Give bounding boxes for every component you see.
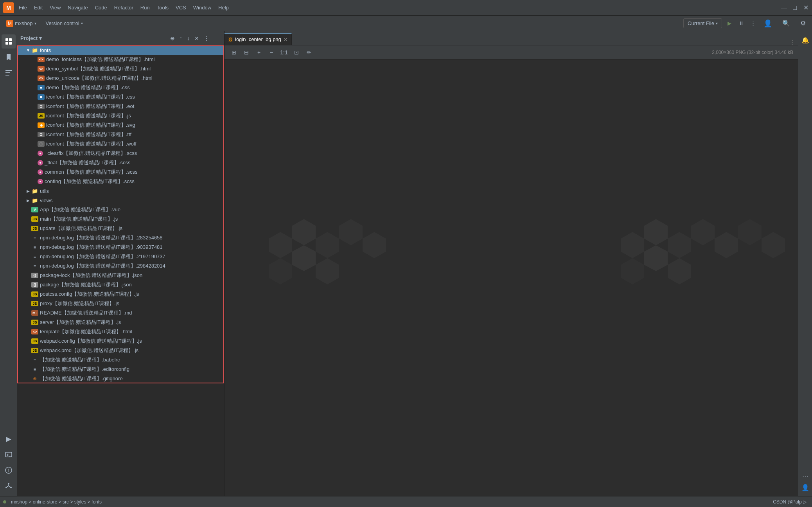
collapse-up-icon[interactable]: ↑ bbox=[178, 34, 184, 42]
stop-button[interactable]: ⏸ bbox=[737, 19, 746, 28]
tree-item-common-scss[interactable]: ● common【加微信.赠送精品IT课程】.scss bbox=[17, 167, 224, 177]
tree-item-update-js[interactable]: JS update【加微信.赠送精品IT课程】.js bbox=[17, 224, 224, 233]
tree-item-views[interactable]: ▶ 📁 views bbox=[17, 196, 224, 205]
tree-item-npm-debug-2[interactable]: ≡ npm-debug.log【加微信.赠送精品IT课程】.903937481 bbox=[17, 243, 224, 252]
tree-item-proxy[interactable]: JS proxy【加微信.赠送精品IT课程】.js bbox=[17, 299, 224, 308]
tree-item-label: App【加微信.赠送精品IT课程】.vue bbox=[40, 206, 120, 213]
collapse-down-icon[interactable]: ↓ bbox=[185, 34, 191, 42]
js-icon: JS bbox=[31, 320, 38, 325]
js-icon: JS bbox=[31, 348, 38, 353]
user-icon[interactable]: 👤 bbox=[760, 18, 775, 29]
actual-size-icon[interactable]: ⊟ bbox=[242, 48, 251, 57]
tree-item-label: 【加微信.赠送精品IT课程】.gitignore bbox=[40, 375, 123, 382]
statusbar-path[interactable]: mxshop > online-store > src > styles > f… bbox=[9, 498, 104, 505]
tree-item-babelrc[interactable]: ≡ 【加微信.赠送精品IT课程】.babelrc bbox=[17, 355, 224, 365]
tree-item-float-scss[interactable]: ● _float【加微信.赠送精品IT课程】.scss bbox=[17, 158, 224, 167]
tree-item-main-js[interactable]: JS main【加微信.赠送精品IT课程】.js bbox=[17, 214, 224, 224]
menu-view[interactable]: View bbox=[47, 3, 64, 12]
right-panel-dots[interactable]: ⋯ bbox=[800, 471, 811, 482]
tree-item-demo-fontclass[interactable]: <> demo_fontclass【加微信.赠送精品IT课程】.html bbox=[17, 55, 224, 64]
project-title[interactable]: Project ▾ bbox=[20, 35, 42, 41]
vcs-dropdown[interactable]: Version control ▾ bbox=[43, 19, 86, 28]
tree-item-iconfont-eot[interactable]: ⊡ iconfont【加微信.赠送精品IT课程】.eot bbox=[17, 102, 224, 111]
tree-item-iconfont-svg[interactable]: ◈ iconfont【加微信.赠送精品IT课程】.svg bbox=[17, 120, 224, 130]
menu-window[interactable]: Window bbox=[190, 3, 214, 12]
run-button[interactable]: ▶ bbox=[725, 19, 734, 28]
minimize-panel-icon[interactable]: — bbox=[212, 34, 221, 42]
color-picker-icon[interactable]: ✏ bbox=[304, 48, 314, 57]
notifications-icon[interactable]: 🔔 bbox=[800, 34, 811, 45]
tree-item-npm-debug-1[interactable]: ≡ npm-debug.log【加微信.赠送精品IT课程】.283254658 bbox=[17, 233, 224, 243]
js-icon: JS bbox=[31, 338, 38, 344]
close-button[interactable]: ✕ bbox=[803, 5, 809, 11]
sidebar-item-project[interactable] bbox=[2, 34, 16, 49]
tree-item-confing-scss[interactable]: ● confing【加微信.赠送精品IT课程】.scss bbox=[17, 177, 224, 186]
tree-item-webpack-config[interactable]: JS webpack.config【加微信.赠送精品IT课程】.js bbox=[17, 336, 224, 346]
tree-item-app-vue[interactable]: V App【加微信.赠送精品IT课程】.vue bbox=[17, 205, 224, 214]
tree-item-webpack-prod[interactable]: JS webpack.prod【加微信.赠送精品IT课程】.js bbox=[17, 346, 224, 355]
tree-item-utils[interactable]: ▶ 📁 utils bbox=[17, 186, 224, 196]
tree-item-demo-unicode[interactable]: <> demo_unicode【加微信.赠送精品IT课程】.html bbox=[17, 74, 224, 83]
tree-item-template[interactable]: <> template【加微信.赠送精品IT课程】.html bbox=[17, 327, 224, 336]
menu-run[interactable]: Run bbox=[137, 3, 153, 12]
tree-item-iconfont-ttf[interactable]: ⊡ iconfont【加微信.赠送精品IT课程】.ttf bbox=[17, 130, 224, 139]
tree-item-server[interactable]: JS server【加微信.赠送精品IT课程】.js bbox=[17, 318, 224, 327]
js-icon: JS bbox=[38, 113, 45, 119]
sidebar-item-todo[interactable]: ! bbox=[2, 463, 16, 477]
sidebar-item-bookmarks[interactable] bbox=[2, 50, 16, 64]
settings-icon[interactable]: ⚙ bbox=[797, 18, 809, 29]
tree-item-label: 【加微信.赠送精品IT课程】.editorconfig bbox=[40, 366, 129, 373]
tree-item-readme[interactable]: M↓ README【加微信.赠送精品IT课程】.md bbox=[17, 308, 224, 318]
add-item-icon[interactable]: ⊕ bbox=[169, 34, 176, 42]
maximize-button[interactable]: □ bbox=[792, 5, 798, 11]
statusbar-csdn[interactable]: CSDN @Palp ▷ bbox=[771, 498, 809, 505]
search-icon[interactable]: 🔍 bbox=[779, 18, 793, 29]
project-dropdown[interactable]: M mxshop ▾ bbox=[3, 18, 40, 29]
sidebar-item-structure[interactable] bbox=[2, 66, 16, 80]
menu-edit[interactable]: Edit bbox=[31, 3, 46, 12]
minimize-button[interactable]: — bbox=[781, 5, 787, 11]
menu-tools[interactable]: Tools bbox=[154, 3, 172, 12]
tree-item-fonts[interactable]: ▼ 📁 fonts bbox=[17, 45, 224, 55]
left-icon-bar: ▶ ! bbox=[0, 31, 17, 496]
tree-item-npm-debug-3[interactable]: ≡ npm-debug.log【加微信.赠送精品IT课程】.2197190737 bbox=[17, 252, 224, 261]
tree-item-package-json[interactable]: {} package【加微信.赠送精品IT课程】.json bbox=[17, 280, 224, 289]
tree-item-npm-debug-4[interactable]: ≡ npm-debug.log【加微信.赠送精品IT课程】.2984282014 bbox=[17, 261, 224, 271]
ai-assistant-icon[interactable]: 👤 bbox=[800, 482, 811, 493]
more-options-icon[interactable]: ⋮ bbox=[749, 19, 757, 28]
menu-help[interactable]: Help bbox=[215, 3, 232, 12]
tree-item-iconfont-css[interactable]: ■ iconfont【加微信.赠送精品IT课程】.css bbox=[17, 92, 224, 102]
fit-screen-icon[interactable]: ⊞ bbox=[229, 48, 239, 57]
tree-item-iconfont-js[interactable]: JS iconfont【加微信.赠送精品IT课程】.js bbox=[17, 111, 224, 120]
tree-item-label: iconfont【加微信.赠送精品IT课程】.js bbox=[46, 112, 131, 119]
menu-refactor[interactable]: Refactor bbox=[111, 3, 137, 12]
zoom-fit-icon[interactable]: ⊡ bbox=[292, 48, 301, 57]
options-icon[interactable]: ⋮ bbox=[202, 34, 211, 42]
editor-tab-login-bg[interactable]: 🖼 login_center_bg.png ✕ bbox=[225, 33, 292, 45]
sidebar-item-terminal[interactable] bbox=[2, 448, 16, 462]
sidebar-item-git[interactable] bbox=[2, 479, 16, 493]
project-name[interactable]: mxshop bbox=[15, 20, 33, 26]
menu-file[interactable]: File bbox=[16, 3, 30, 12]
tab-close-button[interactable]: ✕ bbox=[284, 37, 287, 42]
menu-navigate[interactable]: Navigate bbox=[65, 3, 91, 12]
menu-code[interactable]: Code bbox=[92, 3, 110, 12]
tree-item-iconfont-woff[interactable]: ⊡ iconfont【加微信.赠送精品IT课程】.woff bbox=[17, 139, 224, 149]
sidebar-item-run[interactable]: ▶ bbox=[2, 432, 16, 446]
tree-item-clearfix-scss[interactable]: ● _clearfix【加微信.赠送精品IT课程】.scss bbox=[17, 149, 224, 158]
tree-item-postcss[interactable]: JS postcss.config【加微信.赠送精品IT课程】.js bbox=[17, 289, 224, 299]
tree-item-editorconfig[interactable]: ≡ 【加微信.赠送精品IT课程】.editorconfig bbox=[17, 365, 224, 374]
current-file-dropdown[interactable]: Current File ▾ bbox=[683, 18, 722, 28]
tab-overflow-menu[interactable]: ⋮ bbox=[787, 39, 798, 45]
zoom-out-icon[interactable]: − bbox=[267, 48, 276, 57]
zoom-in-icon[interactable]: + bbox=[254, 48, 264, 57]
tree-item-demo-css[interactable]: ■ demo【加微信.赠送精品IT课程】.css bbox=[17, 83, 224, 92]
tree-item-gitignore[interactable]: ◎ 【加微信.赠送精品IT课程】.gitignore bbox=[17, 374, 224, 383]
tree-item-package-lock[interactable]: {} package-lock【加微信.赠送精品IT课程】.json bbox=[17, 271, 224, 280]
js-icon: JS bbox=[31, 216, 38, 222]
zoom-1-1-icon[interactable]: 1:1 bbox=[279, 48, 289, 57]
project-tree[interactable]: ▼ 📁 fonts <> demo_fontclass【加微信.赠送精品IT课程… bbox=[17, 45, 224, 496]
tree-item-demo-symbol[interactable]: <> demo_symbol【加微信.赠送精品IT课程】.html bbox=[17, 64, 224, 74]
menu-vcs[interactable]: VCS bbox=[172, 3, 189, 12]
close-panel-icon[interactable]: ✕ bbox=[193, 34, 201, 42]
